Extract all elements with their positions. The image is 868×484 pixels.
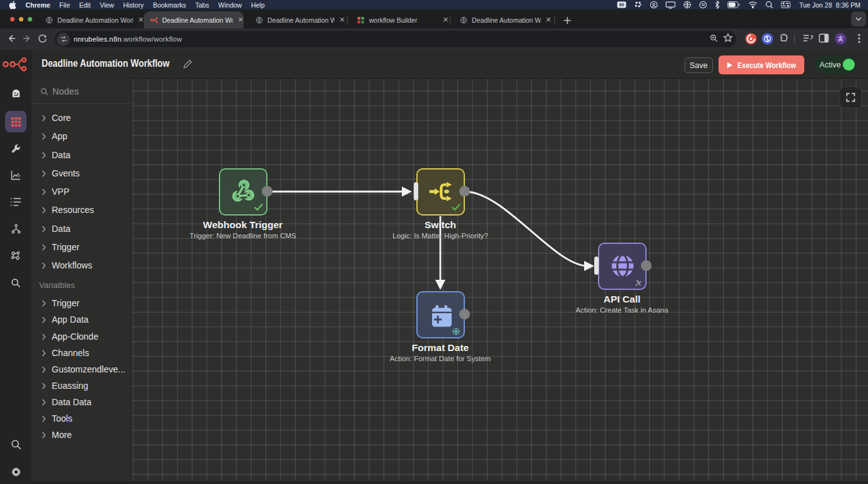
svg-text:80: 80 — [619, 3, 625, 7]
